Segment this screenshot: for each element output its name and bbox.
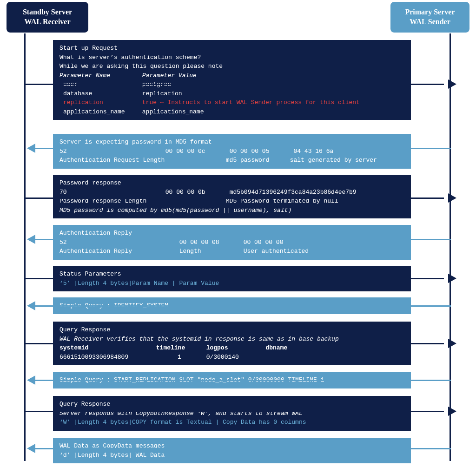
- m1-l1: Start up Request: [60, 44, 404, 53]
- m1-h1: Parameter Name: [60, 71, 139, 80]
- m9-l3: ‘W’ |Length 4 bytes|COPY format is Textu…: [60, 418, 404, 427]
- msg-qresp2: Query Response Server responds with Copy…: [53, 396, 411, 431]
- primary-line2: WAL Sender: [400, 17, 460, 27]
- m1-p3v: true ← Instructs to start WAL Sender pro…: [142, 98, 403, 107]
- arrow-m3-head: [448, 193, 456, 203]
- m4-l1b: Authentication Reply: [60, 247, 176, 256]
- arrow-m1-head: [448, 79, 456, 89]
- right-lifeline: [450, 33, 451, 461]
- primary-line1: Primary Server: [400, 7, 460, 17]
- m1-p4v: applications_name: [142, 107, 403, 117]
- arrow-m8-head: [27, 375, 35, 385]
- m9-note: Server responds with CopyBothResponse ‘W…: [60, 409, 404, 418]
- m2-l4: salt generated by server: [290, 156, 377, 165]
- arrow-m4: [35, 239, 451, 240]
- arrow-m6: [35, 305, 451, 307]
- left-lifeline: [24, 33, 26, 461]
- m7-l1: Query Response: [60, 325, 404, 335]
- msg-authreply: Authentication Reply 52 00 00 00 08 00 0…: [53, 225, 411, 260]
- m1-l2: What is server’s authentication scheme?: [60, 53, 404, 62]
- arrow-m9-head: [448, 407, 456, 416]
- m5-l1: Status Parameters: [60, 270, 404, 279]
- standby-line1: Standby Server: [16, 7, 79, 17]
- arrow-m10: [35, 448, 451, 449]
- m9-l1: Query Response: [60, 400, 404, 409]
- m1-p4n: applications_name: [60, 107, 139, 117]
- arrow-m7-head: [448, 339, 456, 348]
- m4-l3: User authenticated: [244, 247, 309, 256]
- arrow-m2-head: [27, 144, 35, 153]
- msg-startup: Start up Request What is server’s authen…: [53, 40, 411, 120]
- m2-l3: md5 password: [226, 156, 286, 165]
- arrow-m5-head: [448, 274, 456, 283]
- arrow-m6-head: [27, 301, 35, 310]
- arrow-m2: [35, 148, 451, 149]
- m7-v2: 1: [156, 353, 203, 362]
- m7-v1: 6661510093306984809: [60, 353, 152, 362]
- arrow-m1: [26, 84, 444, 85]
- m2-l1: Server is expecting password in MD5 form…: [60, 138, 404, 147]
- m3-note: MD5 password is computed by md5(md5(pass…: [60, 206, 404, 215]
- m1-h2: Parameter Value: [142, 71, 403, 80]
- m7-h3: logpos: [206, 343, 262, 353]
- m2-l1b: Authentication Request Length: [60, 156, 222, 165]
- m7-h4: dbname: [265, 343, 287, 353]
- m4-l1: Authentication Reply: [60, 229, 404, 238]
- m3-c3: md5b094d71396249f3ca84a23b86d4ee7b9: [230, 188, 357, 197]
- m3-c2: 00 00 00 0b: [165, 188, 226, 197]
- arrow-m8: [35, 380, 451, 381]
- arrow-m7: [26, 343, 444, 344]
- arrow-m3: [26, 198, 444, 199]
- msg-waldata: WAL Data as CopyData messages ‘d’ |Lengt…: [53, 438, 411, 463]
- m7-h2: timeline: [156, 343, 203, 353]
- m10-l2: ‘d’ |Length 4 bytes| WAL Data: [60, 451, 404, 460]
- m1-p2v: replication: [142, 89, 403, 99]
- primary-header: Primary Server WAL Sender: [390, 2, 469, 33]
- m1-p3n: replication: [60, 98, 139, 107]
- arrow-m4-head: [27, 235, 35, 244]
- m1-p2n: database: [60, 89, 139, 99]
- m7-v3: 0/3000140: [206, 353, 262, 362]
- standby-line2: WAL Receiver: [16, 17, 79, 27]
- standby-header: Standby Server WAL Receiver: [7, 2, 88, 33]
- msg-pwresponse: Password response 70 00 00 00 0b md5b094…: [53, 175, 411, 218]
- m5-l2: ‘5’ |Length 4 bytes|Param Name | Param V…: [60, 279, 404, 288]
- arrow-m5: [26, 278, 444, 279]
- m3-l1: Password response: [60, 178, 404, 188]
- msg-md5expect: Server is expecting password in MD5 form…: [53, 134, 411, 169]
- arrow-m10-head: [27, 444, 35, 453]
- m4-l2: Length: [179, 247, 240, 256]
- m1-l3: While we are asking this question please…: [60, 62, 404, 71]
- arrow-m9: [26, 411, 444, 412]
- m7-note: WAL Receiver verifies that the systemid …: [60, 335, 404, 344]
- m7-h1: systemid: [60, 343, 152, 353]
- m3-c1: 70: [60, 188, 162, 197]
